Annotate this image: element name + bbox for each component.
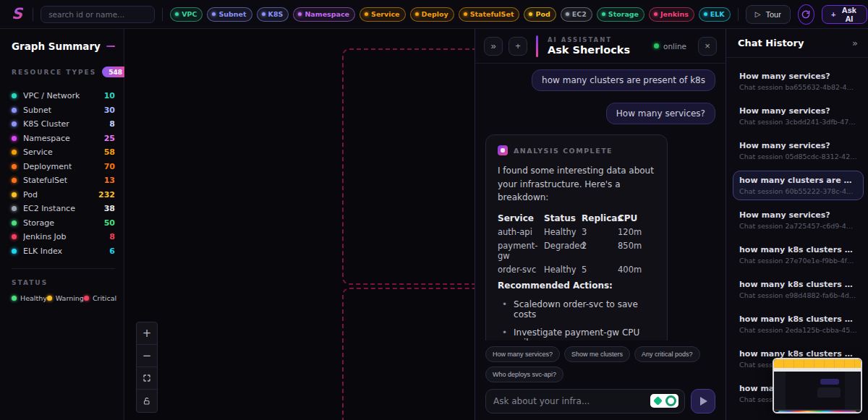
resource-label: Service xyxy=(23,147,53,157)
history-item[interactable]: how many k8s clusters are in m Chat sess… xyxy=(733,275,864,304)
filter-chip-jenkins[interactable]: Jenkins xyxy=(649,7,694,22)
legend-dot-icon xyxy=(12,178,17,183)
filter-chip-service[interactable]: Service xyxy=(359,7,406,22)
filter-chip-deploy[interactable]: Deploy xyxy=(410,7,454,22)
history-item[interactable]: How many services? Chat session 3cbdd241… xyxy=(733,101,864,131)
chip-dot-icon xyxy=(602,12,605,16)
send-button[interactable] xyxy=(691,389,715,413)
resource-row-statefulset[interactable]: StatefulSet13 xyxy=(12,173,115,188)
suggestion-chip[interactable]: Any critical pods? xyxy=(634,346,700,362)
resource-count: 10 xyxy=(104,91,115,100)
resource-label: Storage xyxy=(23,218,54,228)
history-item-selected[interactable]: how many clusters are present Chat sessi… xyxy=(733,171,864,200)
chip-label: VPC xyxy=(182,10,197,18)
new-chat-button[interactable]: + xyxy=(509,37,527,56)
filter-chip-subnet[interactable]: Subnet xyxy=(207,7,252,22)
zoom-in-button[interactable]: + xyxy=(137,322,157,345)
chevrons-right-icon[interactable]: » xyxy=(852,38,858,48)
chip-dot-icon xyxy=(365,12,368,16)
chip-dot-icon xyxy=(654,12,658,16)
action-text: Investigate payment-gw CPU spike xyxy=(514,327,655,340)
group-boundary-dashed-bottom xyxy=(342,288,475,420)
refresh-button[interactable] xyxy=(798,4,814,25)
top-bar: S VPC Subnet K8S Namespace Service Deplo… xyxy=(0,0,868,29)
assistant-header: » + AI ASSISTANT Ask Sherlocks online × xyxy=(475,29,726,64)
history-item[interactable]: How many services? Chat session ba655632… xyxy=(733,67,864,96)
browser-extension-badge[interactable] xyxy=(650,394,678,408)
chip-label: Jenkins xyxy=(660,10,689,18)
resource-label: ELK Index xyxy=(23,247,62,256)
history-item-subtitle: Chat session 2a725457-c6d9-4ed4-9f83... xyxy=(739,222,857,230)
suggestion-chip[interactable]: How many services? xyxy=(485,346,560,362)
resource-row-subnet[interactable]: Subnet30 xyxy=(12,103,115,118)
chip-label: StatefulSet xyxy=(470,10,514,18)
chip-label: K8S xyxy=(268,10,284,18)
ask-ai-button[interactable]: + Ask AI xyxy=(822,5,868,24)
resource-row-deployment[interactable]: Deployment70 xyxy=(12,160,115,174)
suggestion-chip[interactable]: Who deploys svc-api? xyxy=(485,367,563,382)
history-item[interactable]: How many services? Chat session 05d85cdc… xyxy=(733,136,864,166)
close-panel-button[interactable]: × xyxy=(698,37,717,56)
chip-label: Storage xyxy=(608,10,639,18)
resource-count: 58 xyxy=(104,147,115,157)
chat-footer: How many services? Show me clusters Any … xyxy=(475,340,726,420)
history-item[interactable]: how many k8s clusters are in m Chat sess… xyxy=(733,309,864,339)
divider xyxy=(33,8,33,21)
fit-view-button[interactable] xyxy=(137,367,157,390)
filter-chip-storage[interactable]: Storage xyxy=(597,7,644,22)
chip-dot-icon xyxy=(704,12,707,16)
ai-assistant-panel: » + AI ASSISTANT Ask Sherlocks online × … xyxy=(475,29,726,420)
resource-row-elk[interactable]: ELK Index6 xyxy=(12,244,115,259)
filter-chip-statefulset[interactable]: StatefulSet xyxy=(459,7,520,22)
suggestion-chip[interactable]: Show me clusters xyxy=(564,346,630,362)
lock-button[interactable] xyxy=(137,390,157,412)
status-label: Critical xyxy=(93,294,116,302)
history-item[interactable]: how many k8s clusters are in m xyxy=(733,413,864,420)
collapse-panel-button[interactable]: » xyxy=(484,37,503,56)
status-critical: Critical xyxy=(84,294,116,302)
gradient-accent-bar xyxy=(536,35,538,57)
zoom-out-button[interactable]: − xyxy=(137,345,157,367)
legend-dot-icon xyxy=(12,108,17,113)
status-label: Healthy xyxy=(20,294,47,302)
topbar-actions: ▷ Tour + Ask AI xyxy=(738,4,868,25)
filter-chip-namespace[interactable]: Namespace xyxy=(293,7,355,22)
search-box xyxy=(41,6,155,23)
resource-count: 6 xyxy=(109,247,115,256)
history-item-title: how many k8s clusters are in m xyxy=(739,314,857,324)
send-icon xyxy=(700,397,707,406)
filter-chip-ec2[interactable]: EC2 xyxy=(561,7,592,22)
analysis-icon xyxy=(498,145,508,155)
resource-row-vpc[interactable]: VPC / Network10 xyxy=(12,89,115,103)
resource-row-storage[interactable]: Storage50 xyxy=(12,216,115,231)
resource-label: Namespace xyxy=(23,134,70,143)
history-item[interactable]: How many services? Chat session 2a725457… xyxy=(733,205,864,235)
lock-icon xyxy=(142,397,151,406)
canvas-zoom-controls: + − xyxy=(136,322,158,413)
resource-row-service[interactable]: Service58 xyxy=(12,145,115,160)
screen-share-thumbnail[interactable] xyxy=(773,358,862,413)
filter-chip-elk[interactable]: ELK xyxy=(699,7,731,22)
filter-chip-k8s[interactable]: K8S xyxy=(257,7,289,22)
tour-button[interactable]: ▷ Tour xyxy=(746,5,791,24)
search-input[interactable] xyxy=(41,6,155,23)
table-cell: 5 xyxy=(582,265,618,275)
history-item[interactable]: how many k8s clusters are in m Chat sess… xyxy=(733,240,864,270)
chip-label: Subnet xyxy=(218,10,246,18)
history-item-title: How many services? xyxy=(739,141,857,150)
resource-row-pod[interactable]: Pod232 xyxy=(12,188,115,202)
filter-chip-vpc[interactable]: VPC xyxy=(170,7,203,22)
history-item-subtitle: Chat session 2eda125b-cbba-4565-be4... xyxy=(739,326,857,334)
resource-row-jenkins[interactable]: Jenkins Job8 xyxy=(12,230,115,244)
resource-row-k8s-cluster[interactable]: K8S Cluster8 xyxy=(12,117,115,132)
filter-chip-pod[interactable]: Pod xyxy=(524,7,556,22)
resource-filter-chips: VPC Subnet K8S Namespace Service Deploy … xyxy=(170,7,731,22)
chat-input[interactable] xyxy=(493,396,677,406)
graph-canvas[interactable]: + − xyxy=(124,29,475,420)
chip-dot-icon xyxy=(566,12,569,16)
chip-dot-icon xyxy=(212,12,216,16)
thumbnail-app-body xyxy=(774,372,861,409)
group-boundary-dashed-top xyxy=(342,48,475,285)
resource-row-namespace[interactable]: Namespace25 xyxy=(12,132,115,146)
resource-row-ec2[interactable]: EC2 Instance38 xyxy=(12,202,115,216)
